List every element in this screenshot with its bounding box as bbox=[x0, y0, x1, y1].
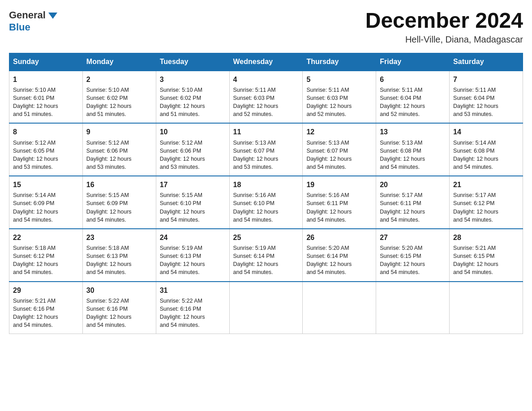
day-info: Sunrise: 5:18 AMSunset: 6:13 PMDaylight:… bbox=[86, 244, 152, 277]
calendar-cell bbox=[450, 282, 523, 334]
day-info: Sunrise: 5:13 AMSunset: 6:07 PMDaylight:… bbox=[233, 139, 299, 171]
day-number: 7 bbox=[453, 74, 519, 85]
logo: General Blue bbox=[9, 9, 59, 33]
calendar-cell: 27Sunrise: 5:20 AMSunset: 6:15 PMDayligh… bbox=[376, 229, 450, 282]
day-number: 17 bbox=[160, 180, 226, 190]
calendar-cell: 5Sunrise: 5:11 AMSunset: 6:03 PMDaylight… bbox=[303, 71, 376, 124]
day-info: Sunrise: 5:15 AMSunset: 6:10 PMDaylight:… bbox=[160, 191, 226, 224]
day-number: 19 bbox=[306, 180, 372, 190]
calendar-cell: 15Sunrise: 5:14 AMSunset: 6:09 PMDayligh… bbox=[9, 176, 83, 229]
day-number: 18 bbox=[233, 180, 299, 190]
header-saturday: Saturday bbox=[450, 53, 523, 71]
day-number: 23 bbox=[86, 232, 152, 243]
day-info: Sunrise: 5:16 AMSunset: 6:10 PMDaylight:… bbox=[233, 191, 299, 224]
day-number: 31 bbox=[160, 285, 226, 295]
day-info: Sunrise: 5:18 AMSunset: 6:12 PMDaylight:… bbox=[13, 244, 79, 277]
day-number: 15 bbox=[13, 180, 79, 190]
header-monday: Monday bbox=[82, 53, 156, 71]
day-info: Sunrise: 5:14 AMSunset: 6:08 PMDaylight:… bbox=[453, 139, 519, 171]
calendar-cell: 23Sunrise: 5:18 AMSunset: 6:13 PMDayligh… bbox=[82, 229, 156, 282]
calendar-header-row: Sunday Monday Tuesday Wednesday Thursday… bbox=[9, 53, 523, 71]
calendar-cell bbox=[229, 282, 303, 334]
day-number: 2 bbox=[86, 74, 152, 85]
calendar-cell: 12Sunrise: 5:13 AMSunset: 6:07 PMDayligh… bbox=[303, 123, 376, 176]
day-number: 22 bbox=[13, 232, 79, 243]
calendar-cell: 28Sunrise: 5:21 AMSunset: 6:15 PMDayligh… bbox=[450, 229, 523, 282]
calendar-cell: 4Sunrise: 5:11 AMSunset: 6:03 PMDaylight… bbox=[229, 71, 303, 124]
day-number: 1 bbox=[13, 74, 79, 85]
day-number: 24 bbox=[160, 232, 226, 243]
calendar-cell: 19Sunrise: 5:16 AMSunset: 6:11 PMDayligh… bbox=[303, 176, 376, 229]
day-info: Sunrise: 5:21 AMSunset: 6:15 PMDaylight:… bbox=[453, 244, 519, 277]
calendar-cell: 16Sunrise: 5:15 AMSunset: 6:09 PMDayligh… bbox=[82, 176, 156, 229]
day-info: Sunrise: 5:11 AMSunset: 6:03 PMDaylight:… bbox=[233, 86, 299, 119]
svg-marker-0 bbox=[48, 13, 57, 19]
week-row-3: 15Sunrise: 5:14 AMSunset: 6:09 PMDayligh… bbox=[9, 176, 523, 229]
header-sunday: Sunday bbox=[9, 53, 83, 71]
day-number: 20 bbox=[380, 180, 446, 190]
day-number: 5 bbox=[306, 74, 372, 85]
day-info: Sunrise: 5:12 AMSunset: 6:06 PMDaylight:… bbox=[160, 139, 226, 171]
calendar-cell: 10Sunrise: 5:12 AMSunset: 6:06 PMDayligh… bbox=[156, 123, 229, 176]
header-tuesday: Tuesday bbox=[156, 53, 229, 71]
calendar-cell: 22Sunrise: 5:18 AMSunset: 6:12 PMDayligh… bbox=[9, 229, 83, 282]
day-number: 25 bbox=[233, 232, 299, 243]
day-number: 11 bbox=[233, 127, 299, 137]
day-number: 21 bbox=[453, 180, 519, 190]
day-info: Sunrise: 5:20 AMSunset: 6:15 PMDaylight:… bbox=[380, 244, 446, 277]
calendar-cell: 9Sunrise: 5:12 AMSunset: 6:06 PMDaylight… bbox=[82, 123, 156, 176]
day-number: 3 bbox=[160, 74, 226, 85]
logo-general-text: General bbox=[9, 10, 46, 21]
calendar-cell: 25Sunrise: 5:19 AMSunset: 6:14 PMDayligh… bbox=[229, 229, 303, 282]
calendar-cell: 20Sunrise: 5:17 AMSunset: 6:11 PMDayligh… bbox=[376, 176, 450, 229]
calendar-cell: 6Sunrise: 5:11 AMSunset: 6:04 PMDaylight… bbox=[376, 71, 450, 124]
calendar-cell: 17Sunrise: 5:15 AMSunset: 6:10 PMDayligh… bbox=[156, 176, 229, 229]
day-number: 27 bbox=[380, 232, 446, 243]
calendar-cell bbox=[303, 282, 376, 334]
calendar-cell: 2Sunrise: 5:10 AMSunset: 6:02 PMDaylight… bbox=[82, 71, 156, 124]
calendar-cell bbox=[376, 282, 450, 334]
month-title: December 2024 bbox=[365, 9, 523, 33]
week-row-5: 29Sunrise: 5:21 AMSunset: 6:16 PMDayligh… bbox=[9, 282, 523, 334]
calendar-cell: 1Sunrise: 5:10 AMSunset: 6:01 PMDaylight… bbox=[9, 71, 83, 124]
day-info: Sunrise: 5:13 AMSunset: 6:07 PMDaylight:… bbox=[306, 139, 372, 171]
calendar-cell: 7Sunrise: 5:11 AMSunset: 6:04 PMDaylight… bbox=[450, 71, 523, 124]
day-info: Sunrise: 5:11 AMSunset: 6:04 PMDaylight:… bbox=[380, 86, 446, 119]
calendar-cell: 8Sunrise: 5:12 AMSunset: 6:05 PMDaylight… bbox=[9, 123, 83, 176]
calendar-cell: 30Sunrise: 5:22 AMSunset: 6:16 PMDayligh… bbox=[82, 282, 156, 334]
day-number: 16 bbox=[86, 180, 152, 190]
day-info: Sunrise: 5:13 AMSunset: 6:08 PMDaylight:… bbox=[380, 139, 446, 171]
logo-icon bbox=[47, 9, 59, 21]
page-header: General Blue December 2024 Hell-Ville, D… bbox=[9, 9, 523, 45]
day-info: Sunrise: 5:10 AMSunset: 6:02 PMDaylight:… bbox=[86, 86, 152, 119]
day-info: Sunrise: 5:22 AMSunset: 6:16 PMDaylight:… bbox=[160, 297, 226, 330]
day-number: 4 bbox=[233, 74, 299, 85]
calendar-cell: 3Sunrise: 5:10 AMSunset: 6:02 PMDaylight… bbox=[156, 71, 229, 124]
day-info: Sunrise: 5:15 AMSunset: 6:09 PMDaylight:… bbox=[86, 191, 152, 224]
logo-blue-text: Blue bbox=[9, 21, 30, 33]
title-block: December 2024 Hell-Ville, Diana, Madagas… bbox=[365, 9, 523, 45]
day-info: Sunrise: 5:20 AMSunset: 6:14 PMDaylight:… bbox=[306, 244, 372, 277]
day-info: Sunrise: 5:11 AMSunset: 6:04 PMDaylight:… bbox=[453, 86, 519, 119]
day-info: Sunrise: 5:12 AMSunset: 6:05 PMDaylight:… bbox=[13, 139, 79, 171]
day-info: Sunrise: 5:19 AMSunset: 6:14 PMDaylight:… bbox=[233, 244, 299, 277]
day-number: 10 bbox=[160, 127, 226, 137]
day-info: Sunrise: 5:10 AMSunset: 6:02 PMDaylight:… bbox=[160, 86, 226, 119]
day-number: 29 bbox=[13, 285, 79, 295]
calendar-cell: 14Sunrise: 5:14 AMSunset: 6:08 PMDayligh… bbox=[450, 123, 523, 176]
location-subtitle: Hell-Ville, Diana, Madagascar bbox=[365, 34, 523, 45]
day-number: 30 bbox=[86, 285, 152, 295]
day-number: 13 bbox=[380, 127, 446, 137]
day-number: 28 bbox=[453, 232, 519, 243]
calendar-cell: 21Sunrise: 5:17 AMSunset: 6:12 PMDayligh… bbox=[450, 176, 523, 229]
day-info: Sunrise: 5:10 AMSunset: 6:01 PMDaylight:… bbox=[13, 86, 79, 119]
day-info: Sunrise: 5:14 AMSunset: 6:09 PMDaylight:… bbox=[13, 191, 79, 224]
week-row-4: 22Sunrise: 5:18 AMSunset: 6:12 PMDayligh… bbox=[9, 229, 523, 282]
calendar-cell: 13Sunrise: 5:13 AMSunset: 6:08 PMDayligh… bbox=[376, 123, 450, 176]
calendar-cell: 31Sunrise: 5:22 AMSunset: 6:16 PMDayligh… bbox=[156, 282, 229, 334]
calendar-cell: 18Sunrise: 5:16 AMSunset: 6:10 PMDayligh… bbox=[229, 176, 303, 229]
calendar-cell: 11Sunrise: 5:13 AMSunset: 6:07 PMDayligh… bbox=[229, 123, 303, 176]
day-info: Sunrise: 5:17 AMSunset: 6:12 PMDaylight:… bbox=[453, 191, 519, 224]
calendar-cell: 26Sunrise: 5:20 AMSunset: 6:14 PMDayligh… bbox=[303, 229, 376, 282]
day-number: 14 bbox=[453, 127, 519, 137]
